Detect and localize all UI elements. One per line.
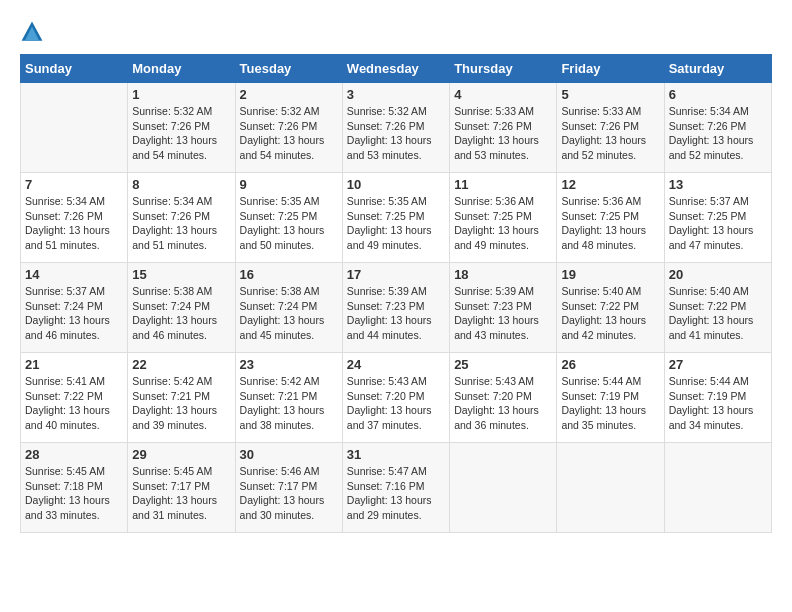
calendar-cell: 12Sunrise: 5:36 AMSunset: 7:25 PMDayligh…	[557, 173, 664, 263]
day-number: 13	[669, 177, 767, 192]
day-info: Sunrise: 5:43 AMSunset: 7:20 PMDaylight:…	[347, 374, 445, 433]
day-number: 29	[132, 447, 230, 462]
day-number: 17	[347, 267, 445, 282]
day-number: 2	[240, 87, 338, 102]
weekday-header-thursday: Thursday	[450, 55, 557, 83]
calendar-cell: 24Sunrise: 5:43 AMSunset: 7:20 PMDayligh…	[342, 353, 449, 443]
day-number: 8	[132, 177, 230, 192]
logo	[20, 20, 48, 44]
calendar-cell: 15Sunrise: 5:38 AMSunset: 7:24 PMDayligh…	[128, 263, 235, 353]
day-number: 3	[347, 87, 445, 102]
day-number: 5	[561, 87, 659, 102]
calendar-cell: 29Sunrise: 5:45 AMSunset: 7:17 PMDayligh…	[128, 443, 235, 533]
day-info: Sunrise: 5:44 AMSunset: 7:19 PMDaylight:…	[561, 374, 659, 433]
day-info: Sunrise: 5:34 AMSunset: 7:26 PMDaylight:…	[132, 194, 230, 253]
calendar-cell	[664, 443, 771, 533]
calendar-cell: 2Sunrise: 5:32 AMSunset: 7:26 PMDaylight…	[235, 83, 342, 173]
day-info: Sunrise: 5:45 AMSunset: 7:17 PMDaylight:…	[132, 464, 230, 523]
day-info: Sunrise: 5:35 AMSunset: 7:25 PMDaylight:…	[240, 194, 338, 253]
day-info: Sunrise: 5:46 AMSunset: 7:17 PMDaylight:…	[240, 464, 338, 523]
calendar-cell: 30Sunrise: 5:46 AMSunset: 7:17 PMDayligh…	[235, 443, 342, 533]
day-info: Sunrise: 5:36 AMSunset: 7:25 PMDaylight:…	[561, 194, 659, 253]
day-info: Sunrise: 5:32 AMSunset: 7:26 PMDaylight:…	[240, 104, 338, 163]
day-number: 4	[454, 87, 552, 102]
day-number: 26	[561, 357, 659, 372]
day-number: 12	[561, 177, 659, 192]
page-header	[20, 20, 772, 44]
calendar-table: SundayMondayTuesdayWednesdayThursdayFrid…	[20, 54, 772, 533]
calendar-week-row: 1Sunrise: 5:32 AMSunset: 7:26 PMDaylight…	[21, 83, 772, 173]
day-info: Sunrise: 5:32 AMSunset: 7:26 PMDaylight:…	[132, 104, 230, 163]
day-info: Sunrise: 5:33 AMSunset: 7:26 PMDaylight:…	[454, 104, 552, 163]
day-number: 30	[240, 447, 338, 462]
day-number: 22	[132, 357, 230, 372]
day-info: Sunrise: 5:44 AMSunset: 7:19 PMDaylight:…	[669, 374, 767, 433]
calendar-cell: 25Sunrise: 5:43 AMSunset: 7:20 PMDayligh…	[450, 353, 557, 443]
calendar-week-row: 7Sunrise: 5:34 AMSunset: 7:26 PMDaylight…	[21, 173, 772, 263]
day-info: Sunrise: 5:36 AMSunset: 7:25 PMDaylight:…	[454, 194, 552, 253]
calendar-week-row: 14Sunrise: 5:37 AMSunset: 7:24 PMDayligh…	[21, 263, 772, 353]
calendar-cell: 13Sunrise: 5:37 AMSunset: 7:25 PMDayligh…	[664, 173, 771, 263]
calendar-cell: 9Sunrise: 5:35 AMSunset: 7:25 PMDaylight…	[235, 173, 342, 263]
logo-icon	[20, 20, 44, 44]
day-info: Sunrise: 5:34 AMSunset: 7:26 PMDaylight:…	[669, 104, 767, 163]
day-info: Sunrise: 5:40 AMSunset: 7:22 PMDaylight:…	[561, 284, 659, 343]
day-info: Sunrise: 5:37 AMSunset: 7:24 PMDaylight:…	[25, 284, 123, 343]
weekday-header-monday: Monday	[128, 55, 235, 83]
day-number: 28	[25, 447, 123, 462]
calendar-cell: 22Sunrise: 5:42 AMSunset: 7:21 PMDayligh…	[128, 353, 235, 443]
calendar-cell: 20Sunrise: 5:40 AMSunset: 7:22 PMDayligh…	[664, 263, 771, 353]
day-number: 1	[132, 87, 230, 102]
day-number: 27	[669, 357, 767, 372]
calendar-cell: 1Sunrise: 5:32 AMSunset: 7:26 PMDaylight…	[128, 83, 235, 173]
calendar-week-row: 21Sunrise: 5:41 AMSunset: 7:22 PMDayligh…	[21, 353, 772, 443]
calendar-cell: 28Sunrise: 5:45 AMSunset: 7:18 PMDayligh…	[21, 443, 128, 533]
day-number: 21	[25, 357, 123, 372]
calendar-cell: 31Sunrise: 5:47 AMSunset: 7:16 PMDayligh…	[342, 443, 449, 533]
day-info: Sunrise: 5:42 AMSunset: 7:21 PMDaylight:…	[240, 374, 338, 433]
calendar-cell	[557, 443, 664, 533]
day-info: Sunrise: 5:37 AMSunset: 7:25 PMDaylight:…	[669, 194, 767, 253]
calendar-cell: 26Sunrise: 5:44 AMSunset: 7:19 PMDayligh…	[557, 353, 664, 443]
day-info: Sunrise: 5:45 AMSunset: 7:18 PMDaylight:…	[25, 464, 123, 523]
day-info: Sunrise: 5:38 AMSunset: 7:24 PMDaylight:…	[240, 284, 338, 343]
day-info: Sunrise: 5:41 AMSunset: 7:22 PMDaylight:…	[25, 374, 123, 433]
day-info: Sunrise: 5:42 AMSunset: 7:21 PMDaylight:…	[132, 374, 230, 433]
day-info: Sunrise: 5:34 AMSunset: 7:26 PMDaylight:…	[25, 194, 123, 253]
day-info: Sunrise: 5:33 AMSunset: 7:26 PMDaylight:…	[561, 104, 659, 163]
day-info: Sunrise: 5:47 AMSunset: 7:16 PMDaylight:…	[347, 464, 445, 523]
day-number: 9	[240, 177, 338, 192]
day-number: 24	[347, 357, 445, 372]
calendar-cell: 27Sunrise: 5:44 AMSunset: 7:19 PMDayligh…	[664, 353, 771, 443]
calendar-cell: 14Sunrise: 5:37 AMSunset: 7:24 PMDayligh…	[21, 263, 128, 353]
weekday-header-saturday: Saturday	[664, 55, 771, 83]
day-info: Sunrise: 5:35 AMSunset: 7:25 PMDaylight:…	[347, 194, 445, 253]
day-number: 11	[454, 177, 552, 192]
calendar-cell: 16Sunrise: 5:38 AMSunset: 7:24 PMDayligh…	[235, 263, 342, 353]
day-number: 31	[347, 447, 445, 462]
day-number: 14	[25, 267, 123, 282]
day-info: Sunrise: 5:40 AMSunset: 7:22 PMDaylight:…	[669, 284, 767, 343]
day-number: 19	[561, 267, 659, 282]
day-number: 7	[25, 177, 123, 192]
day-number: 18	[454, 267, 552, 282]
day-info: Sunrise: 5:43 AMSunset: 7:20 PMDaylight:…	[454, 374, 552, 433]
day-number: 25	[454, 357, 552, 372]
calendar-cell	[450, 443, 557, 533]
day-number: 16	[240, 267, 338, 282]
day-number: 10	[347, 177, 445, 192]
weekday-header-row: SundayMondayTuesdayWednesdayThursdayFrid…	[21, 55, 772, 83]
calendar-cell: 23Sunrise: 5:42 AMSunset: 7:21 PMDayligh…	[235, 353, 342, 443]
calendar-week-row: 28Sunrise: 5:45 AMSunset: 7:18 PMDayligh…	[21, 443, 772, 533]
day-info: Sunrise: 5:32 AMSunset: 7:26 PMDaylight:…	[347, 104, 445, 163]
weekday-header-tuesday: Tuesday	[235, 55, 342, 83]
day-info: Sunrise: 5:38 AMSunset: 7:24 PMDaylight:…	[132, 284, 230, 343]
day-number: 15	[132, 267, 230, 282]
weekday-header-sunday: Sunday	[21, 55, 128, 83]
calendar-cell: 18Sunrise: 5:39 AMSunset: 7:23 PMDayligh…	[450, 263, 557, 353]
calendar-cell: 21Sunrise: 5:41 AMSunset: 7:22 PMDayligh…	[21, 353, 128, 443]
calendar-cell: 5Sunrise: 5:33 AMSunset: 7:26 PMDaylight…	[557, 83, 664, 173]
day-number: 6	[669, 87, 767, 102]
weekday-header-wednesday: Wednesday	[342, 55, 449, 83]
day-info: Sunrise: 5:39 AMSunset: 7:23 PMDaylight:…	[347, 284, 445, 343]
